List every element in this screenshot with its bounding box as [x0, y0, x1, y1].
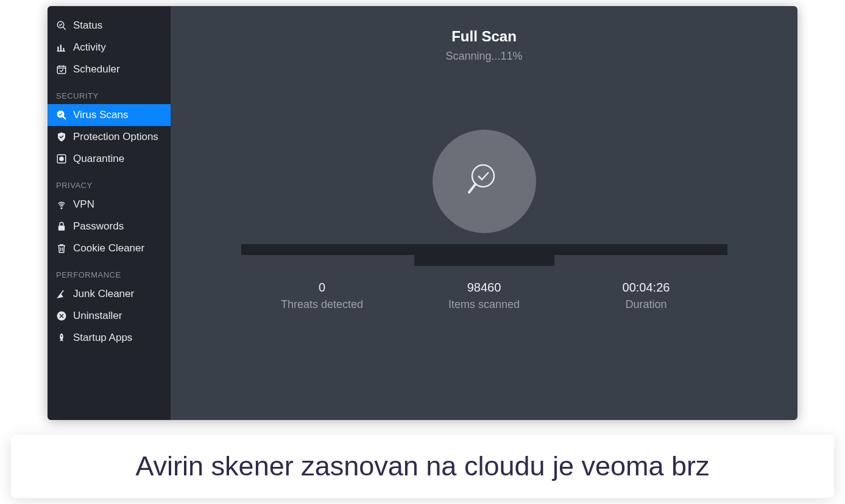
sidebar-item-label: VPN: [73, 198, 94, 211]
stat-duration-value: 00:04:26: [565, 281, 727, 295]
stat-duration: 00:04:26 Duration: [565, 281, 727, 311]
sidebar-item-label: Activity: [73, 41, 106, 54]
svg-line-24: [469, 184, 475, 192]
sidebar-item-protection-options[interactable]: Protection Options: [48, 126, 171, 148]
stat-items-label: Items scanned: [403, 298, 565, 311]
stat-duration-label: Duration: [565, 298, 727, 311]
sidebar-item-quarantine[interactable]: Quarantine: [48, 148, 171, 170]
sidebar-item-scheduler[interactable]: Scheduler: [48, 58, 171, 80]
stat-items-value: 98460: [403, 281, 565, 295]
stat-threats: 0 Threats detected: [241, 281, 403, 311]
sidebar-item-activity[interactable]: Activity: [48, 37, 171, 58]
sidebar-item-status[interactable]: Status: [48, 15, 171, 37]
quarantine-icon: [56, 153, 67, 164]
sidebar-item-label: Virus Scans: [73, 109, 128, 121]
svg-point-13: [60, 157, 63, 161]
svg-rect-3: [60, 45, 62, 52]
svg-rect-6: [57, 66, 66, 74]
x-circle-icon: [56, 310, 67, 321]
caption-card: Avirin skener zasnovan na cloudu je veom…: [11, 435, 834, 498]
sidebar-item-cookie-cleaner[interactable]: Cookie Cleaner: [48, 237, 171, 259]
scan-stats: 0 Threats detected 98460 Items scanned 0…: [241, 281, 727, 311]
sidebar-item-label: Startup Apps: [73, 332, 132, 344]
app-window: Status Activity Scheduler SECURITY Virus…: [48, 6, 797, 420]
main-content: Full Scan Scanning...11% 0 Threats detec…: [171, 6, 797, 420]
svg-rect-15: [58, 226, 65, 231]
redacted-path: [414, 255, 554, 266]
sidebar-item-junk-cleaner[interactable]: Junk Cleaner: [48, 283, 171, 305]
sidebar-item-label: Junk Cleaner: [73, 288, 134, 300]
sidebar-header-security: SECURITY: [48, 80, 171, 104]
sidebar-item-label: Cookie Cleaner: [73, 242, 144, 254]
sidebar-item-label: Scheduler: [73, 63, 120, 75]
sidebar-item-passwords[interactable]: Passwords: [48, 215, 171, 237]
vpn-icon: [56, 199, 67, 210]
stat-items: 98460 Items scanned: [403, 281, 565, 311]
sidebar-item-label: Uninstaller: [73, 310, 122, 322]
sidebar-item-uninstaller[interactable]: Uninstaller: [48, 305, 171, 327]
svg-point-14: [61, 208, 62, 209]
sidebar-item-label: Status: [73, 19, 102, 32]
status-icon: [56, 20, 67, 31]
svg-rect-4: [63, 48, 64, 51]
sidebar-item-label: Protection Options: [73, 131, 158, 143]
svg-point-22: [61, 335, 62, 337]
magnifier-check-icon: [463, 159, 506, 204]
shield-icon: [56, 131, 67, 142]
stat-threats-value: 0: [241, 281, 403, 295]
sidebar-header-performance: PERFORMANCE: [48, 259, 171, 283]
sidebar-item-label: Passwords: [73, 220, 124, 233]
scan-progress-circle: [433, 130, 536, 233]
svg-line-1: [63, 27, 66, 30]
sidebar-header-privacy: PRIVACY: [48, 170, 171, 194]
broom-icon: [56, 289, 67, 299]
sidebar: Status Activity Scheduler SECURITY Virus…: [48, 6, 171, 420]
activity-icon: [56, 42, 67, 53]
virus-scan-icon: [56, 110, 67, 121]
progress-bar: [241, 244, 727, 255]
sidebar-item-vpn[interactable]: VPN: [48, 194, 171, 215]
rocket-icon: [56, 332, 67, 343]
scan-status: Scanning...11%: [445, 50, 522, 63]
svg-line-11: [63, 116, 66, 119]
stat-threats-label: Threats detected: [241, 298, 403, 311]
scan-title: Full Scan: [451, 28, 517, 45]
sidebar-item-label: Quarantine: [73, 153, 124, 165]
sidebar-item-startup-apps[interactable]: Startup Apps: [48, 327, 171, 349]
sidebar-item-virus-scans[interactable]: Virus Scans: [48, 104, 171, 126]
trash-icon: [56, 243, 67, 254]
svg-line-18: [61, 290, 64, 294]
lock-icon: [56, 221, 67, 232]
svg-rect-2: [57, 47, 58, 52]
caption-text: Avirin skener zasnovan na cloudu je veom…: [33, 450, 812, 482]
scheduler-icon: [56, 64, 67, 75]
